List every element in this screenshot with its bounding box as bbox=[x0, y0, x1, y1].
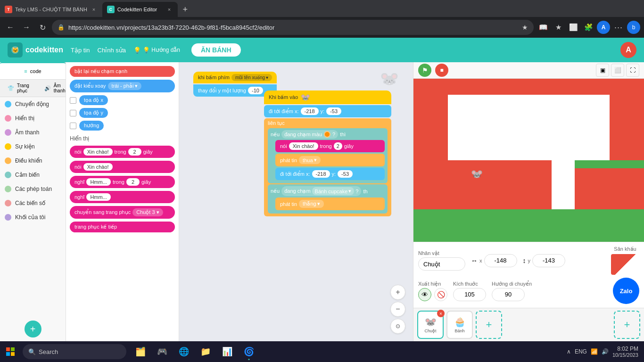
category-operators[interactable]: Các phép toán bbox=[0, 182, 66, 196]
block-say-timed[interactable]: nói Xin chào! trong 2 giây bbox=[70, 146, 175, 158]
category-myblocks[interactable]: Khối của tôi bbox=[0, 210, 66, 224]
taskbar-folder-icon[interactable]: 📁 bbox=[195, 341, 216, 362]
taskbar-search-bar[interactable]: 🔍 Search bbox=[23, 344, 126, 359]
system-clock[interactable]: 8:02 PM 10/15/2023 bbox=[612, 346, 638, 358]
checkbox-y[interactable] bbox=[70, 110, 76, 116]
block-direction[interactable]: hướng bbox=[79, 121, 104, 131]
browser-profile-button[interactable]: A bbox=[597, 21, 610, 34]
forward-button[interactable]: → bbox=[20, 21, 33, 34]
block-goto-2[interactable]: đi tới điểm x: -218 y: -53 bbox=[275, 168, 385, 180]
category-sound[interactable]: Âm thanh bbox=[0, 125, 66, 140]
tab-sound[interactable]: 🔊 Âm thanh bbox=[37, 80, 66, 97]
rotation-dropdown[interactable]: trái - phải ▾ bbox=[108, 82, 142, 90]
new-tab-button[interactable]: + bbox=[178, 2, 193, 17]
taskbar-office-icon[interactable]: 📊 bbox=[217, 341, 238, 362]
taskbar-game-icon[interactable]: 🎮 bbox=[152, 341, 173, 362]
browser-tab-1-close[interactable]: × bbox=[90, 6, 98, 13]
tab-costume[interactable]: 👕 Trang phục bbox=[0, 80, 37, 97]
zoom-reset-button[interactable]: ⊙ bbox=[390, 319, 405, 334]
block-keypressed[interactable]: khi bấm phím mũi tên xuống ▾ bbox=[193, 72, 277, 83]
back-button[interactable]: ← bbox=[4, 21, 17, 34]
block-think[interactable]: nghĩ Hmm... bbox=[70, 191, 175, 203]
nav-file[interactable]: Tập tin bbox=[71, 47, 90, 54]
broadcast-dropdown-1[interactable]: thua ▾ bbox=[299, 156, 320, 164]
extensions-button[interactable]: 🧩 bbox=[582, 21, 595, 34]
zalo-button[interactable]: Zalo bbox=[613, 278, 639, 304]
category-looks[interactable]: Hiển thị bbox=[0, 111, 66, 125]
sprite-card-mouse[interactable]: × 🐭 Chuột bbox=[417, 311, 444, 339]
read-aloud-button[interactable]: 📖 bbox=[537, 21, 550, 34]
show-button[interactable]: 👁 bbox=[418, 288, 431, 301]
block-think-timed[interactable]: nghĩ Hmm... trong 2 giây bbox=[70, 176, 175, 188]
stage-thumbnail[interactable] bbox=[611, 254, 639, 275]
bing-icon[interactable]: b bbox=[627, 21, 640, 34]
split-view-button[interactable]: ⬜ bbox=[567, 21, 580, 34]
taskbar-explorer-icon[interactable]: 🗂️ bbox=[130, 341, 151, 362]
sprite-card-cupcake[interactable]: 🧁 Bánh bbox=[446, 311, 473, 339]
large-view-button[interactable]: ⬜ bbox=[611, 64, 624, 77]
address-bar[interactable]: 🔒 https://codekitten.vn/projects/13a23b3… bbox=[52, 20, 534, 35]
block-rotation-style[interactable]: đặt kiểu xoay trái - phải ▾ bbox=[70, 80, 175, 92]
category-control[interactable]: Điều khiển bbox=[0, 154, 66, 168]
script-stack-2[interactable]: Khi bấm vào 🐭 đi tới điểm x: -218 y: -53 bbox=[264, 90, 391, 217]
block-say-inside[interactable]: nói Xin chào! trong 2 giây bbox=[275, 140, 385, 152]
category-variables[interactable]: Các biến số bbox=[0, 196, 66, 210]
block-x-coord[interactable]: tọa độ x bbox=[79, 95, 108, 105]
nav-edit[interactable]: Chỉnh sửa bbox=[98, 47, 126, 54]
block-bounce[interactable]: bật lại nếu chạm cạnh bbox=[70, 66, 175, 77]
costume-dropdown[interactable]: Chuột 3 ▾ bbox=[132, 208, 163, 216]
x-val-1[interactable]: -218 bbox=[301, 107, 319, 115]
sprite-name-input[interactable] bbox=[418, 257, 465, 271]
sprite-delete-mouse[interactable]: × bbox=[437, 310, 445, 317]
block-switch-costume[interactable]: chuyển sang trang phục Chuột 3 ▾ bbox=[70, 206, 175, 219]
favorites-button[interactable]: ★ bbox=[552, 21, 565, 34]
block-forever[interactable]: liên tục nếu đang chạm màu ? bbox=[264, 118, 391, 216]
sprite-dropdown[interactable]: Bánh cupcake ▾ bbox=[312, 187, 355, 195]
taskbar-edge-active-icon[interactable]: 🌀 bbox=[239, 341, 259, 362]
taskbar-edge-icon[interactable]: 🌐 bbox=[173, 341, 194, 362]
x-input[interactable] bbox=[484, 254, 517, 267]
block-when-clicked[interactable]: Khi bấm vào 🐭 bbox=[264, 90, 391, 104]
zoom-out-button[interactable]: − bbox=[390, 302, 405, 317]
up-arrow-icon[interactable]: ∧ bbox=[567, 348, 571, 355]
direction-input[interactable] bbox=[492, 288, 525, 301]
small-view-button[interactable]: ▣ bbox=[596, 64, 609, 77]
browser-tab-2[interactable]: C Codekitten Editor × bbox=[102, 2, 178, 17]
block-goto-1[interactable]: đi tới điểm x: -218 y: -53 bbox=[264, 105, 391, 117]
green-flag-button[interactable]: ⚑ bbox=[418, 64, 431, 77]
block-if-sprite[interactable]: nếu đang chạm Bánh cupcake ▾ ? bbox=[268, 184, 388, 214]
color-circle[interactable] bbox=[324, 131, 330, 138]
category-events[interactable]: Sự kiện bbox=[0, 140, 66, 154]
zoom-in-button[interactable]: + bbox=[390, 285, 405, 300]
block-if-color[interactable]: nếu đang chạm màu ? thì bbox=[268, 128, 388, 183]
block-say[interactable]: nói Xin chào! bbox=[70, 161, 175, 173]
size-input[interactable] bbox=[453, 288, 486, 301]
category-sensing[interactable]: Cảm biến bbox=[0, 168, 66, 182]
y-value[interactable]: -10 bbox=[248, 87, 263, 94]
add-block-button[interactable]: + bbox=[25, 321, 41, 337]
hide-button[interactable]: 🚫 bbox=[434, 288, 447, 301]
add-sprite-button[interactable]: + bbox=[476, 311, 502, 339]
browser-tab-1[interactable]: T Teky LMS - CHUỘT TÌM BÁNH × bbox=[0, 2, 102, 17]
block-y-coord[interactable]: tọa độ y bbox=[79, 108, 108, 118]
script-area[interactable]: 🐭 khi bấm phím mũi tên xuống ▾ thay bbox=[179, 62, 413, 341]
add-backdrop-button[interactable]: + bbox=[614, 311, 640, 339]
stop-button[interactable]: ■ bbox=[435, 64, 448, 77]
block-next-costume[interactable]: trang phục kế tiếp bbox=[70, 222, 175, 232]
fullscreen-button[interactable]: ⛶ bbox=[626, 64, 639, 77]
tab-code[interactable]: ≡ code bbox=[0, 62, 66, 79]
user-avatar[interactable]: A bbox=[620, 42, 636, 58]
start-button[interactable] bbox=[0, 341, 21, 362]
checkbox-x[interactable] bbox=[70, 97, 76, 104]
block-broadcast-lose[interactable]: phát tin thua ▾ bbox=[275, 154, 385, 166]
category-motion[interactable]: Chuyển động bbox=[0, 97, 66, 111]
reload-button[interactable]: ↻ bbox=[36, 21, 49, 34]
block-broadcast-win[interactable]: phát tin thắng ▾ bbox=[275, 197, 385, 210]
key-dropdown[interactable]: mũi tên xuống ▾ bbox=[231, 74, 272, 81]
y-val-1[interactable]: -53 bbox=[326, 107, 341, 115]
checkbox-dir[interactable] bbox=[70, 123, 76, 129]
bookmark-icon[interactable]: ★ bbox=[522, 24, 528, 31]
y-input[interactable] bbox=[532, 254, 565, 267]
browser-tab-2-close[interactable]: × bbox=[165, 6, 173, 13]
nav-guide[interactable]: 💡 💡 Hướng dẫn bbox=[133, 47, 180, 54]
